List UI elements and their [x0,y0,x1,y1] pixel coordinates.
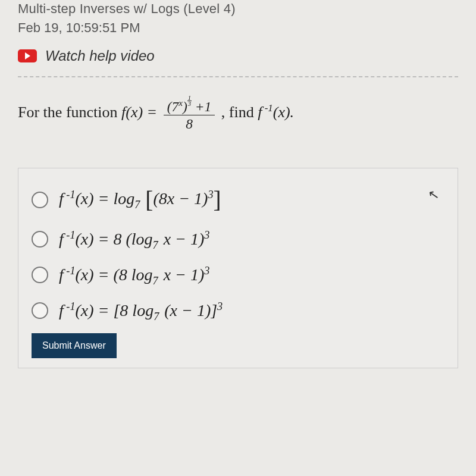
prompt-lead: For the function [18,104,121,121]
radio-icon [32,302,48,319]
radio-icon [32,267,48,283]
option-b[interactable]: f -1(x) = 8 (log7 x − 1)3 [32,230,444,249]
option-d-math: f -1(x) = [8 log7 (x − 1)]3 [59,301,223,320]
target-expression: f -1(x). [258,104,294,121]
divider [18,76,458,77]
option-c[interactable]: f -1(x) = (8 log7 x − 1)3 [32,265,444,284]
radio-icon [32,231,48,248]
function-expression: f(x) = (7x)13 +1 8 [121,104,221,121]
video-label: Watch help video [45,48,155,64]
answer-options: f -1(x) = log7 [(8x − 1)3] f -1(x) = 8 (… [18,168,458,368]
prompt-find: , find [221,104,258,121]
page-title: Multi-step Inverses w/ Logs (Level 4) [18,1,458,17]
question-prompt: For the function f(x) = (7x)13 +1 8 , fi… [18,95,458,132]
option-a[interactable]: f -1(x) = log7 [(8x − 1)3] [32,186,444,213]
play-video-icon [18,49,37,62]
option-b-math: f -1(x) = 8 (log7 x − 1)3 [59,230,209,249]
watch-help-video-link[interactable]: Watch help video [18,48,458,64]
option-c-math: f -1(x) = (8 log7 x − 1)3 [59,265,209,284]
option-d[interactable]: f -1(x) = [8 log7 (x − 1)]3 [32,301,444,320]
option-a-math: f -1(x) = log7 [(8x − 1)3] [59,186,221,213]
timestamp: Feb 19, 10:59:51 PM [18,20,458,36]
radio-icon [32,192,48,208]
submit-answer-button[interactable]: Submit Answer [32,333,117,358]
